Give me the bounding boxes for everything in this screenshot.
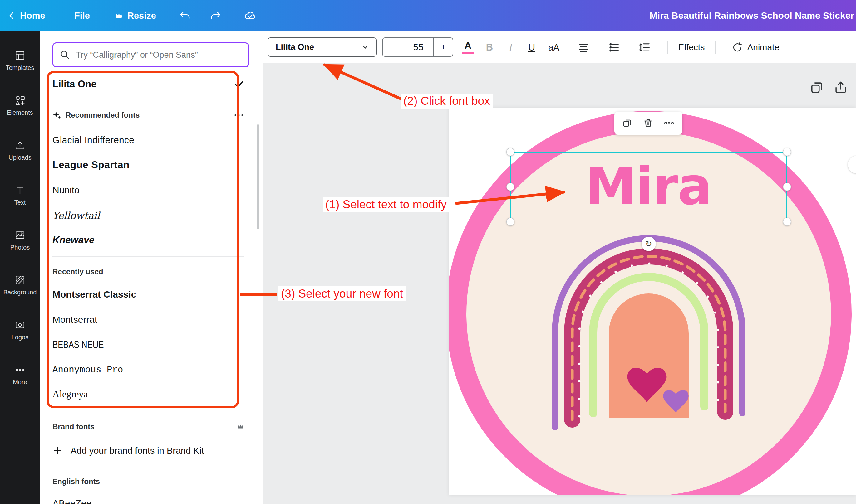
spacing-button[interactable] xyxy=(638,39,652,56)
line-spacing-icon xyxy=(639,41,651,53)
panel-scrollbar[interactable] xyxy=(257,124,259,229)
font-row[interactable]: ABeeZee xyxy=(52,492,244,504)
resize-button[interactable]: Resize xyxy=(115,0,156,31)
sidebar-item-more[interactable]: More xyxy=(0,353,40,397)
more-options-icon[interactable] xyxy=(664,121,674,125)
back-button[interactable]: Home xyxy=(7,0,45,31)
font-row[interactable]: Nunito xyxy=(52,179,244,201)
font-search-input[interactable] xyxy=(75,50,248,60)
redo-button[interactable] xyxy=(210,0,221,31)
effects-button[interactable]: Effects xyxy=(676,39,707,56)
save-status-button[interactable] xyxy=(244,0,257,31)
trash-icon[interactable] xyxy=(643,118,653,128)
crown-icon xyxy=(115,12,123,19)
add-brand-fonts-button[interactable]: Add your brand fonts in Brand Kit xyxy=(52,439,244,462)
animate-icon xyxy=(732,42,743,53)
divider xyxy=(52,414,244,414)
animate-button[interactable]: Animate xyxy=(726,39,785,56)
undo-button[interactable] xyxy=(179,0,191,31)
resize-handle-bottom-left[interactable] xyxy=(506,218,514,226)
sidebar-item-uploads[interactable]: Uploads xyxy=(0,128,40,173)
redo-icon xyxy=(210,11,221,21)
more-icon xyxy=(14,364,25,376)
elements-icon xyxy=(14,95,25,106)
more-options-icon[interactable] xyxy=(234,113,244,117)
list-button[interactable] xyxy=(607,39,621,56)
recently-used-header: Recently used xyxy=(52,264,244,280)
alignment-button[interactable] xyxy=(577,39,590,56)
font-row[interactable]: League Spartan xyxy=(52,154,244,176)
expand-page-button[interactable] xyxy=(834,80,848,95)
resize-handle-top-left[interactable] xyxy=(506,148,514,156)
font-size-decrease-button[interactable]: − xyxy=(383,38,403,56)
resize-handle-right[interactable] xyxy=(783,183,791,191)
font-search-box[interactable] xyxy=(52,42,249,67)
font-row[interactable]: Montserrat Classic xyxy=(52,283,244,306)
recommended-fonts-header: Recommended fonts xyxy=(52,107,244,123)
text-icon xyxy=(14,185,25,196)
divider xyxy=(52,256,244,257)
underline-button[interactable]: U xyxy=(526,39,538,56)
font-size-value[interactable]: 55 xyxy=(403,38,434,56)
divider xyxy=(715,40,716,54)
resize-handle-bottom-right[interactable] xyxy=(783,218,791,226)
cloud-check-icon xyxy=(244,10,257,21)
selection-mini-toolbar xyxy=(614,112,682,135)
font-row[interactable]: BEBAS NEUE xyxy=(52,334,244,356)
sidebar-item-elements[interactable]: Elements xyxy=(0,83,40,128)
sidebar-item-logos[interactable]: Logos xyxy=(0,307,40,353)
text-color-button[interactable]: A xyxy=(461,39,475,56)
color-swatch-bar xyxy=(462,52,474,54)
photos-icon xyxy=(14,230,25,241)
chevron-down-icon xyxy=(361,42,370,52)
sidebar-item-background[interactable]: Background xyxy=(0,263,40,307)
duplicate-page-button[interactable] xyxy=(810,80,824,95)
italic-button[interactable]: I xyxy=(504,39,517,56)
top-header: Home File Resize Mira Beautiful Rainbows… xyxy=(0,0,856,31)
sidebar-item-photos[interactable]: Photos xyxy=(0,218,40,263)
resize-handle-left[interactable] xyxy=(506,183,514,191)
english-fonts-header: English fonts xyxy=(52,474,244,489)
expand-page-icon xyxy=(834,80,848,95)
home-button-label: Home xyxy=(20,11,45,21)
brand-fonts-header: Brand fonts xyxy=(52,419,244,434)
text-selection-box[interactable] xyxy=(510,151,787,221)
sidebar-item-templates[interactable]: Templates xyxy=(0,38,40,83)
rotate-icon: ↻ xyxy=(645,239,652,249)
duplicate-icon[interactable] xyxy=(622,118,632,128)
font-row[interactable]: Knewave xyxy=(52,229,244,251)
font-size-increase-button[interactable]: + xyxy=(434,38,453,56)
font-family-dropdown[interactable]: Lilita One xyxy=(268,37,377,57)
design-title[interactable]: Mira Beautiful Rainbows School Name Stic… xyxy=(650,0,854,31)
font-row[interactable]: Anonymous Pro xyxy=(52,359,244,381)
rotate-handle[interactable]: ↻ xyxy=(641,237,656,251)
duplicate-page-icon xyxy=(810,80,824,95)
undo-icon xyxy=(179,11,191,21)
uploads-icon xyxy=(14,140,25,151)
divider xyxy=(667,40,668,54)
bold-button[interactable]: B xyxy=(483,39,496,56)
font-size-stepper: − 55 + xyxy=(382,37,453,57)
file-menu-button[interactable]: File xyxy=(74,0,90,31)
align-center-icon xyxy=(578,41,589,53)
font-row[interactable]: Glacial Indifference xyxy=(52,129,244,151)
plus-icon xyxy=(52,446,63,456)
bullet-list-icon xyxy=(608,41,620,53)
back-chevron-icon xyxy=(7,12,16,20)
font-row-selected[interactable]: Lilita One xyxy=(52,73,244,95)
text-toolbar: Lilita One − 55 + A B I U aA xyxy=(263,31,856,63)
font-row[interactable]: Yellowtail xyxy=(52,204,244,227)
checkmark-icon xyxy=(234,79,244,89)
templates-icon xyxy=(14,50,25,61)
logos-icon xyxy=(14,319,25,330)
font-row[interactable]: Montserrat xyxy=(52,308,244,331)
sidebar-rail: Templates Elements Uploads Text Photos B… xyxy=(0,31,40,504)
font-panel: Lilita One Recommended fonts Glacial Ind… xyxy=(40,31,263,504)
text-case-button[interactable]: aA xyxy=(546,39,562,56)
divider xyxy=(52,467,244,467)
font-row[interactable]: Alegreya xyxy=(52,383,244,406)
canva-editor: Home File Resize Mira Beautiful Rainbows… xyxy=(0,0,856,504)
sidebar-item-text[interactable]: Text xyxy=(0,173,40,218)
background-icon xyxy=(14,274,25,286)
resize-handle-top-right[interactable] xyxy=(783,148,791,156)
